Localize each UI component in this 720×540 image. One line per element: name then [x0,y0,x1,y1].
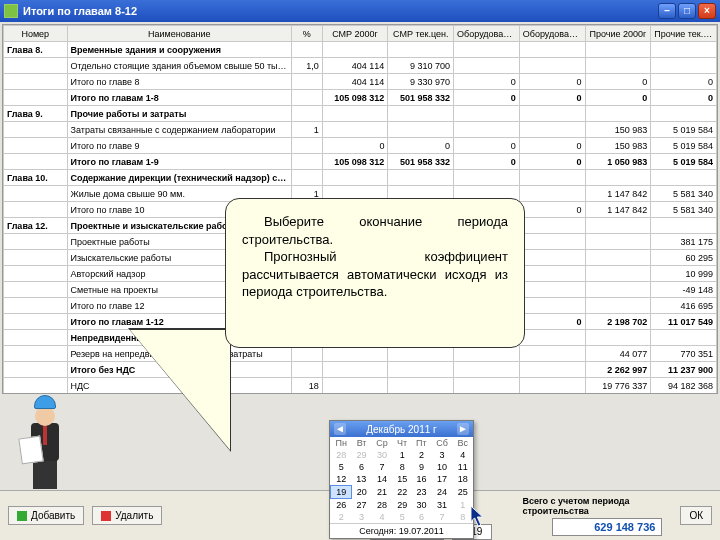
datepicker-title[interactable]: Декабрь 2011 г [366,424,436,435]
calendar-day[interactable]: 28 [331,449,352,461]
column-header[interactable]: Наименование [67,26,292,42]
calendar-day[interactable]: 31 [431,499,453,512]
calendar-day[interactable]: 28 [371,499,392,512]
calendar-day[interactable]: 11 [453,461,473,473]
table-cell: 1 050 983 [585,154,651,170]
add-button[interactable]: Добавить [8,506,84,525]
table-row[interactable]: Глава 9.Прочие работы и затраты [4,106,717,122]
calendar-day[interactable]: 2 [331,511,352,523]
calendar-day[interactable]: 23 [412,486,432,499]
calendar-day[interactable]: 16 [412,473,432,486]
table-cell: Итого по главе 8 [67,74,292,90]
table-cell: Содержание дирекции (технический надзор)… [67,170,292,186]
ok-button[interactable]: ОК [680,506,712,525]
column-header[interactable]: СМР 2000г [322,26,388,42]
table-row[interactable]: Итого без НДС2 262 99711 237 900 [4,362,717,378]
calendar-day[interactable]: 29 [393,499,412,512]
calendar-day[interactable]: 13 [352,473,372,486]
table-cell [292,90,323,106]
table-cell: 0 [454,138,520,154]
table-cell [292,42,323,58]
calendar-day[interactable]: 4 [453,449,473,461]
calendar-day[interactable]: 27 [352,499,372,512]
table-cell: 1 147 842 [585,202,651,218]
table-cell [651,106,717,122]
table-cell [4,186,68,202]
calendar-day[interactable]: 21 [371,486,392,499]
table-cell: Итого по главам 1-9 [67,154,292,170]
calendar-day[interactable]: 1 [393,449,412,461]
table-cell: 2 198 702 [585,314,651,330]
column-header[interactable]: Прочие тек.цен. [651,26,717,42]
calendar-day[interactable]: 18 [453,473,473,486]
calendar-day[interactable]: 6 [352,461,372,473]
column-header[interactable]: % [292,26,323,42]
table-row[interactable]: Глава 10.Содержание дирекции (технически… [4,170,717,186]
calendar-day[interactable]: 22 [393,486,412,499]
table-cell [519,330,585,346]
minimize-button[interactable]: – [658,3,676,19]
calendar-day[interactable]: 1 [453,499,473,512]
table-row[interactable]: Глава 8.Временные здания и сооружения [4,42,717,58]
calendar-day[interactable]: 20 [352,486,372,499]
calendar-day[interactable]: 25 [453,486,473,499]
table-cell [4,90,68,106]
column-header[interactable]: Оборудование 2000г [454,26,520,42]
table-cell [292,106,323,122]
calendar-day[interactable]: 12 [331,473,352,486]
table-cell [322,362,388,378]
calendar-day[interactable]: 17 [431,473,453,486]
table-row[interactable]: Всего по ССР107 200 278511 997 4990021 9… [4,394,717,395]
table-cell [519,378,585,394]
calendar-day[interactable]: 24 [431,486,453,499]
table-cell: 107 200 278 [322,394,388,395]
table-cell [585,218,651,234]
table-cell: Отдельно стоящие здания объемом свыше 50… [67,58,292,74]
table-row[interactable]: Итого по главам 1-8105 098 312501 958 33… [4,90,717,106]
calendar-day[interactable]: 9 [412,461,432,473]
prev-month-button[interactable]: ◄ [334,423,346,435]
date-picker-popup[interactable]: ◄ Декабрь 2011 г ► ПнВтСрЧтПтСбВс2829301… [329,420,474,539]
table-row[interactable]: Итого по главе 8404 1149 330 9700000 [4,74,717,90]
calendar-day[interactable]: 7 [431,511,453,523]
calendar-day[interactable]: 7 [371,461,392,473]
calendar-day[interactable]: 5 [393,511,412,523]
table-row[interactable]: НДС1819 776 33794 182 368 [4,378,717,394]
calendar-day[interactable]: 5 [331,461,352,473]
table-cell: 19 776 337 [585,378,651,394]
column-header[interactable]: Номер [4,26,68,42]
calendar-day[interactable]: 26 [331,499,352,512]
calendar-day[interactable]: 3 [352,511,372,523]
calendar-day[interactable]: 6 [412,511,432,523]
calendar-day[interactable]: 4 [371,511,392,523]
column-header[interactable]: СМР тек.цен. [388,26,454,42]
table-row[interactable]: Затраты связанные с содержанием лаборато… [4,122,717,138]
close-button[interactable]: × [698,3,716,19]
calendar-day[interactable]: 14 [371,473,392,486]
table-row[interactable]: Итого по главам 1-9105 098 312501 958 33… [4,154,717,170]
column-header[interactable]: Прочие 2000г [585,26,651,42]
table-row[interactable]: Отдельно стоящие здания объемом свыше 50… [4,58,717,74]
calendar-day[interactable]: 30 [371,449,392,461]
table-cell [4,394,68,395]
delete-button[interactable]: Удалить [92,506,162,525]
table-cell [519,250,585,266]
table-cell: 0 [519,154,585,170]
calendar-day[interactable]: 30 [412,499,432,512]
calendar-day[interactable]: 10 [431,461,453,473]
calendar-day[interactable]: 8 [393,461,412,473]
next-month-button[interactable]: ► [457,423,469,435]
calendar-day[interactable]: 29 [352,449,372,461]
today-link[interactable]: Сегодня: 19.07.2011 [330,523,473,538]
table-cell [585,170,651,186]
table-row[interactable]: Итого по главе 90000150 9835 019 584 [4,138,717,154]
calendar-day[interactable]: 19 [331,486,352,499]
maximize-button[interactable]: □ [678,3,696,19]
calendar-day[interactable]: 15 [393,473,412,486]
calendar-day[interactable]: 2 [412,449,432,461]
calendar-day[interactable]: 8 [453,511,473,523]
column-header[interactable]: Оборудование тек.цен. [519,26,585,42]
table-cell [388,106,454,122]
table-cell: 105 420 268 [651,394,717,395]
calendar-day[interactable]: 3 [431,449,453,461]
